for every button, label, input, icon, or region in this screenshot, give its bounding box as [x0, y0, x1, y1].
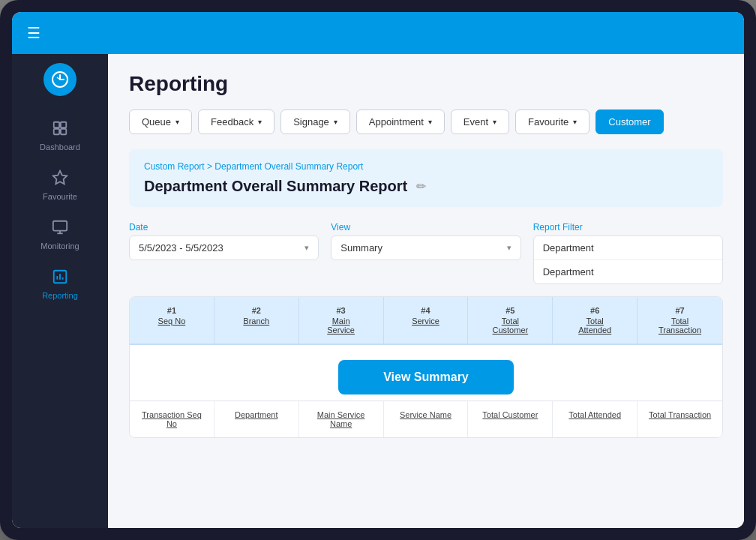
top-bar: ☰: [12, 12, 744, 54]
device-frame: ☰: [0, 0, 756, 540]
columns-header: #1 Seq No #2 Branch #3 MainService #4: [130, 297, 722, 345]
filter-date-selector[interactable]: 5/5/2023 - 5/5/2023 ▾: [129, 236, 319, 260]
tab-bar: Queue ▾ Feedback ▾ Signage ▾ Appointment…: [129, 110, 723, 134]
footer-cell-1: Transaction Seq No: [130, 401, 214, 437]
view-summary-container: View Summary: [130, 345, 722, 400]
sidebar-logo: [44, 63, 76, 96]
svg-rect-5: [61, 129, 66, 134]
footer-cell-7: Total Transaction: [638, 401, 722, 437]
table-footer-row: Transaction Seq No Department Main Servi…: [130, 400, 722, 437]
footer-cell-2: Department: [214, 401, 299, 437]
sidebar-item-reporting[interactable]: Reporting: [12, 260, 108, 309]
tab-queue[interactable]: Queue ▾: [129, 110, 192, 134]
monitoring-icon: [52, 219, 68, 238]
col-name-5: TotalCustomer: [493, 316, 529, 334]
sidebar-item-dashboard[interactable]: Dashboard: [12, 111, 108, 160]
filter-date-value: 5/5/2023 - 5/5/2023: [139, 242, 224, 254]
chevron-down-icon: ▾: [573, 118, 577, 126]
svg-rect-2: [54, 122, 59, 128]
page-title: Reporting: [129, 72, 723, 96]
sidebar-item-monitoring-label: Monitoring: [40, 242, 79, 250]
col-header-4[interactable]: #4 Service: [384, 297, 469, 344]
sidebar-item-reporting-label: Reporting: [42, 291, 78, 300]
dashboard-icon: [52, 120, 68, 140]
tab-appointment[interactable]: Appointment ▾: [356, 110, 445, 134]
favourite-icon: [52, 170, 68, 189]
report-filter-value-1: Department: [534, 236, 722, 260]
filters-row: Date 5/5/2023 - 5/5/2023 ▾ View Summary …: [129, 222, 723, 284]
tab-customer[interactable]: Customer: [596, 110, 663, 134]
tab-signage[interactable]: Signage ▾: [280, 110, 350, 134]
chevron-down-icon: ▾: [507, 243, 512, 253]
chevron-down-icon: ▾: [428, 118, 432, 126]
sidebar-item-dashboard-label: Dashboard: [40, 142, 80, 152]
col-number-7: #7: [644, 306, 716, 315]
col-header-1[interactable]: #1 Seq No: [130, 297, 214, 344]
hamburger-icon[interactable]: ☰: [27, 24, 40, 42]
logo-icon: [51, 70, 69, 88]
filter-view-group: View Summary ▾: [331, 222, 520, 284]
filter-view-label: View: [331, 222, 520, 232]
col-number-4: #4: [390, 306, 462, 315]
col-name-6: TotalAttended: [578, 316, 611, 334]
svg-rect-7: [53, 221, 67, 231]
report-filter-label: Report Filter: [533, 222, 723, 232]
reporting-icon: [52, 268, 68, 288]
col-name-1: Seq No: [158, 316, 186, 326]
col-header-3[interactable]: #3 MainService: [299, 297, 384, 344]
app-window: ☰: [12, 12, 744, 528]
sidebar-item-favourite-label: Favourite: [43, 192, 77, 201]
filter-date-group: Date 5/5/2023 - 5/5/2023 ▾: [129, 222, 319, 284]
svg-rect-4: [54, 129, 59, 134]
view-summary-button[interactable]: View Summary: [338, 360, 514, 394]
col-number-5: #5: [474, 306, 546, 315]
content-area: Reporting Queue ▾ Feedback ▾ Signage ▾: [108, 54, 744, 528]
report-title-row: Department Overall Summary Report ✏: [144, 178, 708, 195]
chevron-down-icon: ▾: [258, 118, 262, 126]
svg-rect-3: [61, 122, 66, 128]
chevron-down-icon: ▾: [304, 243, 309, 253]
col-name-2: Branch: [243, 316, 269, 326]
col-header-2[interactable]: #2 Branch: [214, 297, 299, 344]
sidebar: Dashboard Favourite: [12, 54, 108, 528]
col-name-4: Service: [412, 316, 440, 326]
chevron-down-icon: ▾: [493, 118, 496, 126]
report-section: Custom Report > Department Overall Summa…: [129, 149, 723, 207]
breadcrumb: Custom Report > Department Overall Summa…: [144, 161, 708, 172]
filter-view-selector[interactable]: Summary ▾: [331, 236, 520, 260]
col-header-5[interactable]: #5 TotalCustomer: [468, 297, 553, 344]
col-name-3: MainService: [327, 316, 355, 334]
footer-cell-6: Total Attended: [553, 401, 638, 437]
filter-date-label: Date: [129, 222, 319, 232]
col-header-7[interactable]: #7 TotalTransaction: [638, 297, 722, 344]
svg-marker-6: [53, 171, 67, 184]
col-number-2: #2: [220, 306, 292, 315]
chevron-down-icon: ▾: [334, 118, 338, 126]
col-number-6: #6: [559, 306, 631, 315]
footer-cell-4: Service Name: [384, 401, 469, 437]
sidebar-item-monitoring[interactable]: Monitoring: [12, 210, 108, 260]
col-header-6[interactable]: #6 TotalAttended: [553, 297, 638, 344]
filter-view-value: Summary: [340, 242, 382, 254]
report-filter-col: Report Filter Department Department: [533, 222, 723, 284]
report-filter-value-2: Department: [534, 260, 722, 284]
chevron-down-icon: ▾: [176, 118, 179, 126]
main-layout: Dashboard Favourite: [12, 54, 744, 528]
report-title: Department Overall Summary Report: [144, 178, 407, 195]
col-number-3: #3: [305, 306, 377, 315]
footer-cell-5: Total Customer: [468, 401, 553, 437]
edit-icon[interactable]: ✏: [416, 179, 426, 194]
report-filter-values: Department Department: [533, 236, 723, 284]
col-name-7: TotalTransaction: [658, 316, 701, 334]
tab-favourite[interactable]: Favourite ▾: [515, 110, 590, 134]
sidebar-item-favourite[interactable]: Favourite: [12, 160, 108, 210]
col-number-1: #1: [136, 306, 208, 315]
tab-feedback[interactable]: Feedback ▾: [198, 110, 274, 134]
footer-cell-3: Main Service Name: [299, 401, 384, 437]
columns-area: #1 Seq No #2 Branch #3 MainService #4: [129, 296, 723, 438]
tab-event[interactable]: Event ▾: [451, 110, 509, 134]
